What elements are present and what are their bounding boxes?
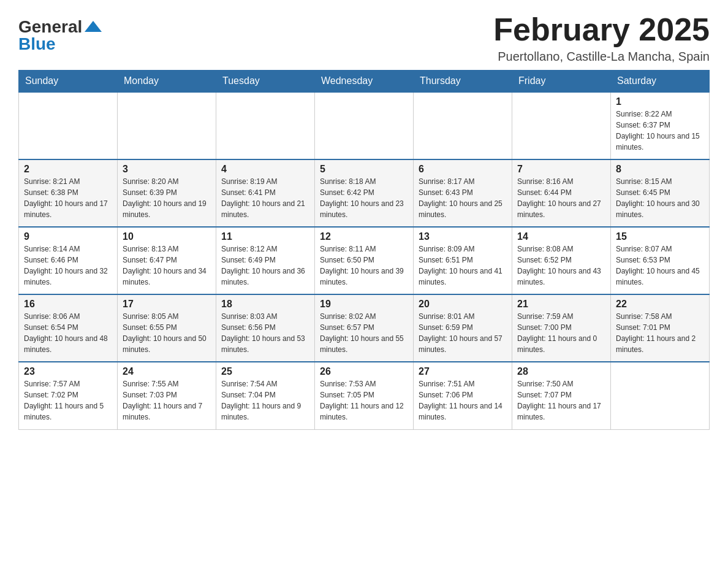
day-number: 20 (419, 299, 507, 310)
day-info: Sunrise: 8:02 AMSunset: 6:57 PMDaylight:… (320, 311, 408, 355)
day-number: 14 (517, 231, 605, 242)
header-sunday: Sunday (19, 71, 118, 93)
header-wednesday: Wednesday (315, 71, 414, 93)
day-cell: 26 Sunrise: 7:53 AMSunset: 7:05 PMDaylig… (315, 362, 414, 429)
day-number: 1 (616, 96, 704, 107)
day-info: Sunrise: 7:58 AMSunset: 7:01 PMDaylight:… (616, 311, 704, 355)
week-row-2: 2 Sunrise: 8:21 AMSunset: 6:38 PMDayligh… (19, 159, 710, 227)
header-thursday: Thursday (414, 71, 512, 93)
day-cell: 5 Sunrise: 8:18 AMSunset: 6:42 PMDayligh… (315, 159, 414, 227)
day-cell (611, 362, 710, 429)
day-cell (19, 92, 118, 159)
week-row-1: 1 Sunrise: 8:22 AMSunset: 6:37 PMDayligh… (19, 92, 710, 159)
day-number: 12 (320, 231, 408, 242)
svg-marker-0 (85, 21, 102, 32)
day-number: 2 (24, 164, 112, 175)
day-number: 8 (616, 164, 704, 175)
day-number: 13 (419, 231, 507, 242)
day-info: Sunrise: 8:15 AMSunset: 6:45 PMDaylight:… (616, 176, 704, 220)
day-cell: 3 Sunrise: 8:20 AMSunset: 6:39 PMDayligh… (118, 159, 216, 227)
day-info: Sunrise: 8:13 AMSunset: 6:47 PMDaylight:… (123, 243, 211, 288)
day-cell: 13 Sunrise: 8:09 AMSunset: 6:51 PMDaylig… (414, 227, 512, 294)
day-number: 18 (221, 299, 309, 310)
header-saturday: Saturday (611, 71, 710, 93)
day-cell: 16 Sunrise: 8:06 AMSunset: 6:54 PMDaylig… (19, 294, 118, 362)
day-number: 17 (123, 299, 211, 310)
day-cell: 12 Sunrise: 8:11 AMSunset: 6:50 PMDaylig… (315, 227, 414, 294)
day-number: 27 (419, 366, 507, 377)
day-info: Sunrise: 8:03 AMSunset: 6:56 PMDaylight:… (221, 311, 309, 355)
day-cell: 25 Sunrise: 7:54 AMSunset: 7:04 PMDaylig… (216, 362, 315, 429)
day-cell: 6 Sunrise: 8:17 AMSunset: 6:43 PMDayligh… (414, 159, 512, 227)
day-info: Sunrise: 7:57 AMSunset: 7:02 PMDaylight:… (24, 378, 112, 423)
day-info: Sunrise: 7:50 AMSunset: 7:07 PMDaylight:… (517, 378, 605, 423)
calendar-table: Sunday Monday Tuesday Wednesday Thursday… (18, 70, 710, 430)
day-number: 11 (221, 231, 309, 242)
header-tuesday: Tuesday (216, 71, 315, 93)
day-info: Sunrise: 8:07 AMSunset: 6:53 PMDaylight:… (616, 243, 704, 288)
day-info: Sunrise: 7:53 AMSunset: 7:05 PMDaylight:… (320, 378, 408, 423)
logo: General Blue (18, 18, 102, 53)
page-header: General Blue February 2025 Puertollano, … (18, 12, 710, 64)
day-cell: 19 Sunrise: 8:02 AMSunset: 6:57 PMDaylig… (315, 294, 414, 362)
day-number: 21 (517, 299, 605, 310)
day-cell: 10 Sunrise: 8:13 AMSunset: 6:47 PMDaylig… (118, 227, 216, 294)
day-info: Sunrise: 7:55 AMSunset: 7:03 PMDaylight:… (123, 378, 211, 423)
header-friday: Friday (512, 71, 611, 93)
day-info: Sunrise: 8:20 AMSunset: 6:39 PMDaylight:… (123, 176, 211, 220)
day-info: Sunrise: 7:51 AMSunset: 7:06 PMDaylight:… (419, 378, 507, 423)
day-cell (315, 92, 414, 159)
day-cell: 28 Sunrise: 7:50 AMSunset: 7:07 PMDaylig… (512, 362, 611, 429)
day-number: 4 (221, 164, 309, 175)
day-info: Sunrise: 8:19 AMSunset: 6:41 PMDaylight:… (221, 176, 309, 220)
day-cell: 14 Sunrise: 8:08 AMSunset: 6:52 PMDaylig… (512, 227, 611, 294)
day-number: 7 (517, 164, 605, 175)
day-info: Sunrise: 8:18 AMSunset: 6:42 PMDaylight:… (320, 176, 408, 220)
day-cell: 24 Sunrise: 7:55 AMSunset: 7:03 PMDaylig… (118, 362, 216, 429)
day-cell: 4 Sunrise: 8:19 AMSunset: 6:41 PMDayligh… (216, 159, 315, 227)
week-row-5: 23 Sunrise: 7:57 AMSunset: 7:02 PMDaylig… (19, 362, 710, 429)
day-cell: 17 Sunrise: 8:05 AMSunset: 6:55 PMDaylig… (118, 294, 216, 362)
header-monday: Monday (118, 71, 216, 93)
day-info: Sunrise: 8:11 AMSunset: 6:50 PMDaylight:… (320, 243, 408, 288)
day-cell: 21 Sunrise: 7:59 AMSunset: 7:00 PMDaylig… (512, 294, 611, 362)
day-cell: 20 Sunrise: 8:01 AMSunset: 6:59 PMDaylig… (414, 294, 512, 362)
day-number: 25 (221, 366, 309, 377)
day-number: 9 (24, 231, 112, 242)
day-number: 3 (123, 164, 211, 175)
day-cell (118, 92, 216, 159)
day-info: Sunrise: 8:09 AMSunset: 6:51 PMDaylight:… (419, 243, 507, 288)
weekday-header-row: Sunday Monday Tuesday Wednesday Thursday… (19, 71, 710, 93)
logo-text-general: General (18, 18, 82, 36)
day-info: Sunrise: 8:01 AMSunset: 6:59 PMDaylight:… (419, 311, 507, 355)
day-number: 26 (320, 366, 408, 377)
day-info: Sunrise: 7:54 AMSunset: 7:04 PMDaylight:… (221, 378, 309, 423)
day-cell: 15 Sunrise: 8:07 AMSunset: 6:53 PMDaylig… (611, 227, 710, 294)
day-info: Sunrise: 8:14 AMSunset: 6:46 PMDaylight:… (24, 243, 112, 288)
day-cell (512, 92, 611, 159)
day-number: 5 (320, 164, 408, 175)
calendar-title: February 2025 (493, 12, 710, 47)
day-info: Sunrise: 8:17 AMSunset: 6:43 PMDaylight:… (419, 176, 507, 220)
day-info: Sunrise: 8:22 AMSunset: 6:37 PMDaylight:… (616, 109, 704, 153)
day-cell: 7 Sunrise: 8:16 AMSunset: 6:44 PMDayligh… (512, 159, 611, 227)
day-cell: 8 Sunrise: 8:15 AMSunset: 6:45 PMDayligh… (611, 159, 710, 227)
day-info: Sunrise: 8:21 AMSunset: 6:38 PMDaylight:… (24, 176, 112, 220)
day-cell: 22 Sunrise: 7:58 AMSunset: 7:01 PMDaylig… (611, 294, 710, 362)
day-cell: 2 Sunrise: 8:21 AMSunset: 6:38 PMDayligh… (19, 159, 118, 227)
day-number: 16 (24, 299, 112, 310)
day-number: 23 (24, 366, 112, 377)
day-cell: 27 Sunrise: 7:51 AMSunset: 7:06 PMDaylig… (414, 362, 512, 429)
day-cell: 23 Sunrise: 7:57 AMSunset: 7:02 PMDaylig… (19, 362, 118, 429)
day-cell: 11 Sunrise: 8:12 AMSunset: 6:49 PMDaylig… (216, 227, 315, 294)
day-number: 19 (320, 299, 408, 310)
day-number: 24 (123, 366, 211, 377)
day-number: 10 (123, 231, 211, 242)
calendar-subtitle: Puertollano, Castille-La Mancha, Spain (493, 50, 710, 64)
logo-text-blue: Blue (18, 36, 56, 53)
day-info: Sunrise: 8:08 AMSunset: 6:52 PMDaylight:… (517, 243, 605, 288)
day-cell: 9 Sunrise: 8:14 AMSunset: 6:46 PMDayligh… (19, 227, 118, 294)
day-number: 28 (517, 366, 605, 377)
day-info: Sunrise: 7:59 AMSunset: 7:00 PMDaylight:… (517, 311, 605, 355)
day-number: 15 (616, 231, 704, 242)
